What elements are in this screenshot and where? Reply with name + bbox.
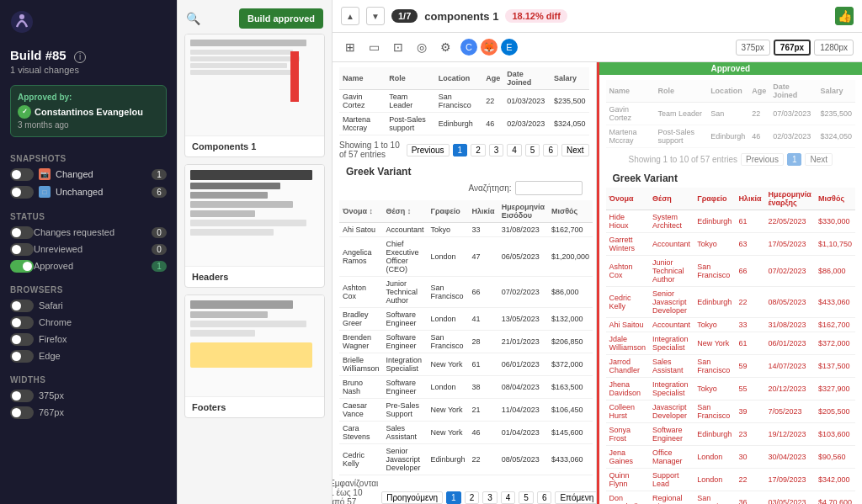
width-767-toggle[interactable] — [10, 406, 34, 419]
greek-table-left: Όνομα ↕ Θέση ↕ Γραφείο Ηλικία Ημερομηνία… — [339, 200, 593, 475]
next-diff-button[interactable]: ▼ — [366, 7, 385, 25]
settings-view-button[interactable]: ⚙ — [436, 38, 455, 56]
greek-variant-title-right: Greek Variant — [606, 172, 856, 184]
top-pagination-left: Showing 1 to 10 of 57 entries Previous 1… — [339, 141, 589, 159]
greek-page-3-btn[interactable]: 3 — [482, 491, 498, 504]
unchanged-toggle[interactable] — [10, 186, 34, 199]
unreviewed-badge: 0 — [152, 244, 167, 255]
greek-page-5-btn[interactable]: 5 — [519, 491, 534, 504]
desktop-view-button[interactable]: ▭ — [364, 38, 384, 56]
table-row: Ahi SatouAccountantTokyo3331/08/2023$162… — [339, 223, 593, 237]
table-row: Don MarshallRegional DirectorSan Francis… — [606, 491, 856, 505]
table-row: Ashton CoxJunior Technical AuthorSan Fra… — [339, 277, 593, 308]
top-table-right: NameRoleLocationAgeDate JoinedSalary Gav… — [606, 80, 856, 148]
table-row: Ashton CoxJunior Technical AuthorSan Fra… — [606, 256, 856, 287]
prev-page-btn[interactable]: Previous — [407, 144, 450, 157]
unreviewed-toggle[interactable] — [10, 243, 34, 256]
left-diff-pane: Name Role Location Age Date Joined Salar… — [333, 62, 597, 504]
changed-snapshot-row[interactable]: 📷 Changed 1 — [10, 168, 167, 181]
edge-row[interactable]: Edge — [10, 350, 167, 363]
headers-card-label: Headers — [185, 266, 324, 287]
middle-panel: 🔍 Build approved Components 1 — [177, 0, 333, 504]
thumbs-up-button[interactable]: 👍 — [835, 7, 854, 25]
table-row: Jarrod ChandlerSales AssistantSan Franci… — [606, 355, 856, 378]
diff-badge: 18.12% diff — [505, 9, 567, 23]
greek-page-6-btn[interactable]: 6 — [537, 491, 552, 504]
component-view-button[interactable]: ⊡ — [389, 38, 407, 56]
page-4-btn[interactable]: 4 — [507, 144, 522, 157]
components-card-label: Components 1 — [185, 135, 324, 157]
eye-view-button[interactable]: ◎ — [412, 38, 431, 56]
width-375-row[interactable]: 375px — [10, 390, 167, 402]
approved-badge: 1 — [152, 261, 167, 272]
snapshot-list: Components 1 Headers — [178, 34, 332, 504]
build-approved-button[interactable]: Build approved — [239, 8, 323, 29]
changed-badge: 1 — [152, 169, 167, 180]
table-row: Quinn FlynnSupport LeadLondon2217/09/202… — [606, 469, 856, 491]
page-1-btn[interactable]: 1 — [453, 144, 468, 157]
firefox-toggle[interactable] — [10, 333, 34, 346]
widths-section-title: Widths — [10, 375, 167, 385]
width-375-toggle[interactable] — [10, 390, 34, 402]
table-row: Brenden WagnerSoftware EngineerSan Franc… — [339, 331, 593, 353]
firefox-row[interactable]: Firefox — [10, 333, 167, 346]
viewport-1280-button[interactable]: 1280px — [814, 40, 854, 56]
browsers-section-title: Browsers — [10, 285, 167, 294]
greek-page-4-btn[interactable]: 4 — [501, 491, 516, 504]
sidebar-logo — [10, 10, 167, 36]
search-button[interactable]: 🔍 — [186, 12, 200, 25]
prev-diff-button[interactable]: ▲ — [341, 7, 359, 25]
edge-toggle[interactable] — [10, 350, 34, 363]
next-page-btn[interactable]: Next — [561, 144, 589, 157]
approved-by-label: Approved by: — [18, 93, 159, 102]
approved-toggle[interactable] — [10, 260, 34, 273]
page-2-btn[interactable]: 2 — [471, 144, 486, 157]
viewport-375-button[interactable]: 375px — [736, 40, 770, 56]
diff-counter: 1/7 — [391, 9, 418, 23]
footers-card[interactable]: Footers — [184, 294, 325, 418]
changes-requested-toggle[interactable] — [10, 226, 34, 239]
unchanged-badge: 6 — [152, 187, 167, 198]
split-view-button[interactable]: ⊞ — [341, 38, 359, 56]
greek-page-1-btn[interactable]: 1 — [446, 491, 461, 504]
table-row: Hide HiouxSystem ArchitectEdinburgh6122/… — [606, 210, 856, 233]
right-page-1-btn[interactable]: 1 — [787, 153, 802, 166]
right-prev-btn[interactable]: Previous — [741, 153, 784, 166]
table-row: Brielle WilliamsonIntegration Specialist… — [339, 353, 593, 376]
diff-area: ▲ ▼ 1/7 components 1 18.12% diff 👍 ⊞ ▭ ⊡… — [333, 0, 862, 504]
table-row: Jdale WilliamsonIntegration SpecialistNe… — [606, 332, 856, 355]
table-row: Caesar VancePre-Sales SupportNew York211… — [339, 399, 593, 422]
changed-toggle[interactable] — [10, 168, 34, 181]
edge-icon[interactable]: E — [501, 39, 518, 56]
greek-table-right: Όνομα Θέση Γραφείο Ηλικία Ημερομηνία ένα… — [606, 188, 856, 504]
build-changes: 1 visual changes — [10, 65, 167, 75]
safari-row[interactable]: Safari — [10, 300, 167, 312]
chrome-row[interactable]: Chrome — [10, 316, 167, 329]
chrome-toggle[interactable] — [10, 316, 34, 329]
diff-title: components 1 — [424, 10, 498, 23]
table-row: Bradley GreerSoftware EngineerLondon4113… — [339, 308, 593, 331]
page-3-btn[interactable]: 3 — [489, 144, 504, 157]
top-pagination-right: Showing 1 to 10 of 57 entries Previous 1… — [606, 153, 856, 166]
info-icon[interactable]: i — [74, 51, 86, 63]
right-next-btn[interactable]: Next — [805, 153, 833, 166]
greek-page-2-btn[interactable]: 2 — [465, 491, 480, 504]
right-diff-pane: Approved NameRoleLocationAgeDate JoinedS… — [597, 62, 863, 504]
width-767-row[interactable]: 767px — [10, 406, 167, 419]
unchanged-snapshot-row[interactable]: □ Unchanged 6 — [10, 186, 167, 199]
table-row: Cedric KellySenior Javascript DeveloperE… — [606, 287, 856, 318]
table-row: Cedric KellySenior Javascript DeveloperE… — [339, 444, 593, 475]
approved-user: ✓ Constantinos Evangelou — [18, 105, 159, 119]
safari-toggle[interactable] — [10, 300, 34, 312]
table-row: Bruno NashSoftware EngineerLondon3808/04… — [339, 376, 593, 399]
page-6-btn[interactable]: 6 — [543, 144, 558, 157]
greek-search-input[interactable] — [515, 181, 583, 195]
greek-prev-btn[interactable]: Προηγούμενη — [381, 491, 443, 504]
chrome-icon[interactable]: C — [460, 39, 477, 56]
page-5-btn[interactable]: 5 — [525, 144, 540, 157]
firefox-icon[interactable]: 🦊 — [481, 39, 498, 56]
viewport-767-button[interactable]: 767px — [774, 40, 811, 56]
greek-next-btn[interactable]: Επόμενη — [555, 491, 596, 504]
headers-card[interactable]: Headers — [184, 164, 325, 288]
components-card[interactable]: Components 1 — [184, 34, 325, 157]
